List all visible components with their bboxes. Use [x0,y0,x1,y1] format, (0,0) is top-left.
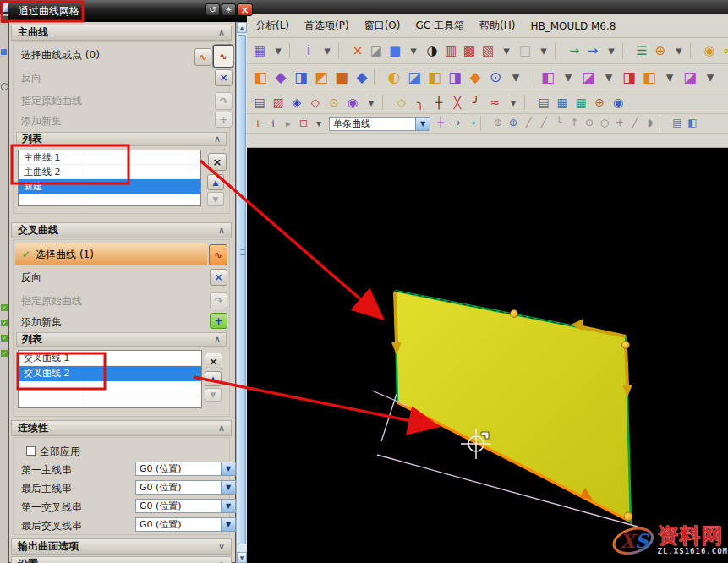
toolbar-icon[interactable]: ╮ [411,93,430,112]
toolbar-icon[interactable]: ▾ [670,41,688,60]
toolbar-icon[interactable]: ■ [331,68,352,86]
toolbar-icon[interactable]: ▾ [660,68,680,86]
point-constructor-button[interactable]: ∿ [194,48,211,66]
remove-item-button[interactable]: × [205,353,222,369]
toolbar-icon[interactable]: → [583,41,602,60]
continuity-combo[interactable]: G0 (位置) ▼ [135,480,236,495]
toolbar-icon[interactable]: ◆ [352,68,372,86]
toolbar-icon[interactable]: ◈ [287,93,306,112]
toolbar-icon[interactable]: ▩ [460,41,479,60]
continuity-combo[interactable]: G0 (位置) ▼ [135,517,236,532]
toolbar-icon[interactable]: ◨ [619,68,639,86]
dialog-scrollbar[interactable]: ▲ ▼ [236,22,247,563]
toolbar-icon[interactable]: ╳ [448,93,467,112]
chevron-down-icon[interactable]: ∨ [218,541,225,552]
list-item-selected[interactable]: 新建 [19,179,200,194]
toolbar-icon[interactable]: ◐ [384,68,404,86]
remove-item-button[interactable]: × [208,153,227,171]
main-curve-list[interactable]: 主曲线 1 主曲线 2 新建 [18,150,201,206]
toolbar-icon[interactable]: ▦ [250,41,269,60]
section-continuity-header[interactable]: 连续性 ∧ [11,420,232,436]
apply-all-checkbox[interactable] [26,446,36,456]
menu-item[interactable]: 首选项(P) [304,19,349,33]
toolbar-icon[interactable]: ⊡ [296,117,311,130]
toolbar-icon[interactable]: ▧ [479,41,497,60]
toolbar-icon[interactable] [528,69,536,85]
toolbar-icon[interactable]: i [299,41,318,60]
toolbar-icon[interactable] [338,43,347,58]
handle-sphere[interactable] [622,342,630,349]
main-curve-list-header[interactable]: 列表 ∧ [16,132,227,146]
chevron-up-icon[interactable]: ∧ [214,134,221,145]
toolbar-icon[interactable]: ☰ [632,41,651,60]
toolbar-icon[interactable]: ■ [386,41,404,60]
toolbar-icon[interactable]: ▾ [497,41,516,60]
toolbar-icon[interactable]: → [448,116,463,129]
toolbar-icon[interactable]: ◪ [404,68,424,86]
dialog-reset-button[interactable]: ↺ [205,3,220,16]
toolbar-icon[interactable]: ▾ [700,68,720,86]
cross-curve-list-header[interactable]: 列表 ∧ [16,332,227,347]
section-cross-curve-header[interactable]: 交叉曲线 ∧ [11,222,232,238]
toolbar-icon[interactable]: ◪ [367,41,386,60]
menu-item[interactable]: 分析(L) [255,19,289,33]
toolbar-icon[interactable]: ╱ [627,116,643,129]
toolbar-icon[interactable]: × [348,41,367,60]
toolbar-icon[interactable]: → [565,41,583,60]
chevron-up-icon[interactable]: ∧ [218,225,225,236]
graphics-viewport[interactable]: XS 资料网 ZL.XS1616.COM [247,148,728,563]
section-main-curve-header[interactable]: 主曲线 ∧ [11,25,232,41]
scroll-down-button[interactable]: ▼ [237,552,247,563]
toolbar-icon[interactable]: ◆ [465,68,485,86]
toolbar-icon[interactable]: ∞ [719,41,728,60]
toolbar-icon[interactable]: ◩ [311,68,331,86]
yellow-surface[interactable] [395,291,631,522]
toolbar-icon[interactable] [690,43,698,58]
curve-select-button[interactable]: ∿ [213,45,233,68]
list-item[interactable]: 主曲线 1 [19,150,200,165]
dialog-close-button[interactable]: × [237,3,253,16]
curve-select-button-active[interactable]: ∿ [209,244,227,265]
section-output-options-header[interactable]: 输出曲面选项 ∨ [11,538,232,555]
chevron-up-icon[interactable]: ∧ [218,423,225,434]
toolbar-icon[interactable]: ┼ [433,116,448,129]
toolbar-icon[interactable]: ◧ [424,68,445,86]
toolbar-icon[interactable] [622,43,631,58]
list-item[interactable]: 主曲线 2 [19,165,200,179]
select-curve-active-row[interactable]: ✓ 选择曲线 (1) [15,243,207,265]
chevron-up-icon[interactable]: ∧ [214,334,221,345]
chevron-up-icon[interactable]: ∧ [218,27,225,38]
toolbar-icon[interactable]: ▾ [362,93,380,112]
toolbar-icon[interactable]: ↑ [567,116,582,129]
move-up-button[interactable]: ▲ [207,174,224,190]
dialog-title-bar[interactable]: 通过曲线网格 ↺ ☀ × [8,0,247,22]
toolbar-icon[interactable] [660,116,668,131]
toolbar-icon[interactable]: ◪ [578,68,599,86]
toolbar-icon[interactable]: ▾ [404,41,423,60]
toolbar-icon[interactable]: □ [516,41,534,60]
menu-item[interactable]: GC 工具箱 [415,19,464,33]
toolbar-icon[interactable] [382,95,391,110]
toolbar-icon[interactable]: ◆ [271,68,291,86]
continuity-combo[interactable]: G0 (位置) ▼ [135,462,236,476]
toolbar-icon[interactable]: ▾ [599,68,619,86]
add-new-set-button[interactable]: + [210,313,227,329]
scrollbar-thumb[interactable] [238,35,246,544]
toolbar-icon[interactable]: ▾ [602,41,621,60]
toolbar-icon[interactable]: ▤ [250,93,269,112]
toolbar-icon[interactable]: ▸ [281,117,296,130]
toolbar-icon[interactable]: ▾ [318,41,337,60]
toolbar-icon[interactable] [524,95,533,110]
toolbar-icon[interactable]: ╰ [551,116,567,129]
toolbar-icon[interactable]: ○ [597,116,612,129]
chevron-down-icon[interactable]: ▼ [221,462,235,475]
toolbar-icon[interactable]: ⊕ [590,93,609,112]
chevron-down-icon[interactable]: ▼ [221,481,235,494]
toolbar-icon[interactable] [289,43,298,58]
toolbar-icon[interactable]: ▾ [534,41,553,60]
toolbar-icon[interactable]: ▾ [506,68,526,86]
toolbar-icon[interactable]: ◨ [445,68,465,86]
dialog-options-button[interactable]: ☀ [222,3,236,16]
toolbar-icon[interactable]: ⊕ [506,116,521,129]
toolbar-icon[interactable]: + [250,117,265,130]
